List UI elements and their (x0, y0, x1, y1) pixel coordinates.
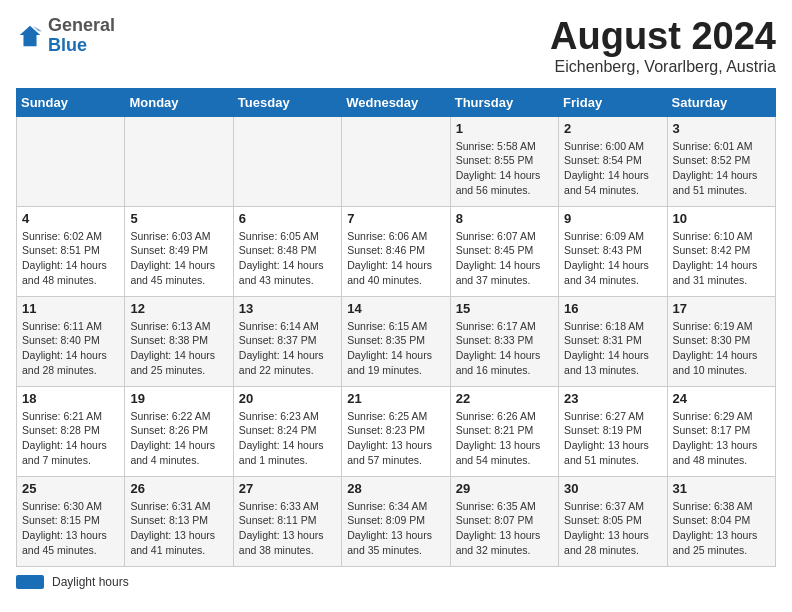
day-number: 28 (347, 481, 444, 496)
day-number: 14 (347, 301, 444, 316)
day-cell: 26Sunrise: 6:31 AM Sunset: 8:13 PM Dayli… (125, 476, 233, 566)
day-cell: 4Sunrise: 6:02 AM Sunset: 8:51 PM Daylig… (17, 206, 125, 296)
day-number: 18 (22, 391, 119, 406)
day-number: 3 (673, 121, 770, 136)
day-info: Sunrise: 6:21 AM Sunset: 8:28 PM Dayligh… (22, 409, 119, 468)
day-info: Sunrise: 6:15 AM Sunset: 8:35 PM Dayligh… (347, 319, 444, 378)
day-cell: 1Sunrise: 5:58 AM Sunset: 8:55 PM Daylig… (450, 116, 558, 206)
day-info: Sunrise: 6:07 AM Sunset: 8:45 PM Dayligh… (456, 229, 553, 288)
day-info: Sunrise: 6:05 AM Sunset: 8:48 PM Dayligh… (239, 229, 336, 288)
day-cell (342, 116, 450, 206)
day-cell: 17Sunrise: 6:19 AM Sunset: 8:30 PM Dayli… (667, 296, 775, 386)
day-number: 12 (130, 301, 227, 316)
day-info: Sunrise: 6:26 AM Sunset: 8:21 PM Dayligh… (456, 409, 553, 468)
day-header-tuesday: Tuesday (233, 88, 341, 116)
day-cell: 11Sunrise: 6:11 AM Sunset: 8:40 PM Dayli… (17, 296, 125, 386)
day-info: Sunrise: 6:10 AM Sunset: 8:42 PM Dayligh… (673, 229, 770, 288)
day-cell: 28Sunrise: 6:34 AM Sunset: 8:09 PM Dayli… (342, 476, 450, 566)
day-info: Sunrise: 6:18 AM Sunset: 8:31 PM Dayligh… (564, 319, 661, 378)
day-number: 15 (456, 301, 553, 316)
day-info: Sunrise: 6:33 AM Sunset: 8:11 PM Dayligh… (239, 499, 336, 558)
day-cell: 5Sunrise: 6:03 AM Sunset: 8:49 PM Daylig… (125, 206, 233, 296)
day-cell: 8Sunrise: 6:07 AM Sunset: 8:45 PM Daylig… (450, 206, 558, 296)
day-number: 27 (239, 481, 336, 496)
title-block: August 2024 Eichenberg, Vorarlberg, Aust… (550, 16, 776, 76)
day-cell: 20Sunrise: 6:23 AM Sunset: 8:24 PM Dayli… (233, 386, 341, 476)
week-row-2: 4Sunrise: 6:02 AM Sunset: 8:51 PM Daylig… (17, 206, 776, 296)
day-cell (233, 116, 341, 206)
day-info: Sunrise: 6:23 AM Sunset: 8:24 PM Dayligh… (239, 409, 336, 468)
day-info: Sunrise: 6:29 AM Sunset: 8:17 PM Dayligh… (673, 409, 770, 468)
day-cell: 9Sunrise: 6:09 AM Sunset: 8:43 PM Daylig… (559, 206, 667, 296)
day-number: 30 (564, 481, 661, 496)
day-number: 29 (456, 481, 553, 496)
day-number: 5 (130, 211, 227, 226)
day-info: Sunrise: 6:37 AM Sunset: 8:05 PM Dayligh… (564, 499, 661, 558)
day-info: Sunrise: 6:01 AM Sunset: 8:52 PM Dayligh… (673, 139, 770, 198)
day-cell: 23Sunrise: 6:27 AM Sunset: 8:19 PM Dayli… (559, 386, 667, 476)
day-info: Sunrise: 5:58 AM Sunset: 8:55 PM Dayligh… (456, 139, 553, 198)
day-cell: 3Sunrise: 6:01 AM Sunset: 8:52 PM Daylig… (667, 116, 775, 206)
day-cell: 15Sunrise: 6:17 AM Sunset: 8:33 PM Dayli… (450, 296, 558, 386)
legend-color-box (16, 575, 44, 589)
day-info: Sunrise: 6:19 AM Sunset: 8:30 PM Dayligh… (673, 319, 770, 378)
day-number: 23 (564, 391, 661, 406)
day-info: Sunrise: 6:34 AM Sunset: 8:09 PM Dayligh… (347, 499, 444, 558)
day-info: Sunrise: 6:35 AM Sunset: 8:07 PM Dayligh… (456, 499, 553, 558)
days-header-row: SundayMondayTuesdayWednesdayThursdayFrid… (17, 88, 776, 116)
legend-label: Daylight hours (52, 575, 129, 589)
day-number: 8 (456, 211, 553, 226)
day-cell: 6Sunrise: 6:05 AM Sunset: 8:48 PM Daylig… (233, 206, 341, 296)
day-cell: 30Sunrise: 6:37 AM Sunset: 8:05 PM Dayli… (559, 476, 667, 566)
day-cell: 24Sunrise: 6:29 AM Sunset: 8:17 PM Dayli… (667, 386, 775, 476)
day-header-monday: Monday (125, 88, 233, 116)
day-info: Sunrise: 6:00 AM Sunset: 8:54 PM Dayligh… (564, 139, 661, 198)
day-cell: 25Sunrise: 6:30 AM Sunset: 8:15 PM Dayli… (17, 476, 125, 566)
day-cell: 10Sunrise: 6:10 AM Sunset: 8:42 PM Dayli… (667, 206, 775, 296)
location-subtitle: Eichenberg, Vorarlberg, Austria (550, 58, 776, 76)
day-cell: 13Sunrise: 6:14 AM Sunset: 8:37 PM Dayli… (233, 296, 341, 386)
day-number: 1 (456, 121, 553, 136)
day-number: 20 (239, 391, 336, 406)
day-cell: 14Sunrise: 6:15 AM Sunset: 8:35 PM Dayli… (342, 296, 450, 386)
day-header-saturday: Saturday (667, 88, 775, 116)
day-number: 16 (564, 301, 661, 316)
day-info: Sunrise: 6:38 AM Sunset: 8:04 PM Dayligh… (673, 499, 770, 558)
day-info: Sunrise: 6:06 AM Sunset: 8:46 PM Dayligh… (347, 229, 444, 288)
day-info: Sunrise: 6:27 AM Sunset: 8:19 PM Dayligh… (564, 409, 661, 468)
day-info: Sunrise: 6:14 AM Sunset: 8:37 PM Dayligh… (239, 319, 336, 378)
day-number: 7 (347, 211, 444, 226)
day-number: 25 (22, 481, 119, 496)
calendar-table: SundayMondayTuesdayWednesdayThursdayFrid… (16, 88, 776, 567)
day-info: Sunrise: 6:13 AM Sunset: 8:38 PM Dayligh… (130, 319, 227, 378)
day-number: 24 (673, 391, 770, 406)
day-number: 4 (22, 211, 119, 226)
page-header: General Blue August 2024 Eichenberg, Vor… (16, 16, 776, 76)
day-info: Sunrise: 6:31 AM Sunset: 8:13 PM Dayligh… (130, 499, 227, 558)
logo-general-text: General (48, 15, 115, 35)
day-number: 22 (456, 391, 553, 406)
day-cell: 18Sunrise: 6:21 AM Sunset: 8:28 PM Dayli… (17, 386, 125, 476)
day-cell: 16Sunrise: 6:18 AM Sunset: 8:31 PM Dayli… (559, 296, 667, 386)
day-info: Sunrise: 6:22 AM Sunset: 8:26 PM Dayligh… (130, 409, 227, 468)
day-info: Sunrise: 6:03 AM Sunset: 8:49 PM Dayligh… (130, 229, 227, 288)
day-number: 19 (130, 391, 227, 406)
week-row-3: 11Sunrise: 6:11 AM Sunset: 8:40 PM Dayli… (17, 296, 776, 386)
day-number: 13 (239, 301, 336, 316)
legend: Daylight hours (16, 575, 776, 589)
day-number: 17 (673, 301, 770, 316)
day-cell: 31Sunrise: 6:38 AM Sunset: 8:04 PM Dayli… (667, 476, 775, 566)
day-number: 11 (22, 301, 119, 316)
day-header-friday: Friday (559, 88, 667, 116)
logo-icon (16, 22, 44, 50)
day-number: 10 (673, 211, 770, 226)
day-cell (17, 116, 125, 206)
day-number: 31 (673, 481, 770, 496)
day-cell: 12Sunrise: 6:13 AM Sunset: 8:38 PM Dayli… (125, 296, 233, 386)
logo-blue-text: Blue (48, 35, 87, 55)
day-info: Sunrise: 6:25 AM Sunset: 8:23 PM Dayligh… (347, 409, 444, 468)
day-number: 21 (347, 391, 444, 406)
day-info: Sunrise: 6:11 AM Sunset: 8:40 PM Dayligh… (22, 319, 119, 378)
day-header-thursday: Thursday (450, 88, 558, 116)
day-info: Sunrise: 6:17 AM Sunset: 8:33 PM Dayligh… (456, 319, 553, 378)
